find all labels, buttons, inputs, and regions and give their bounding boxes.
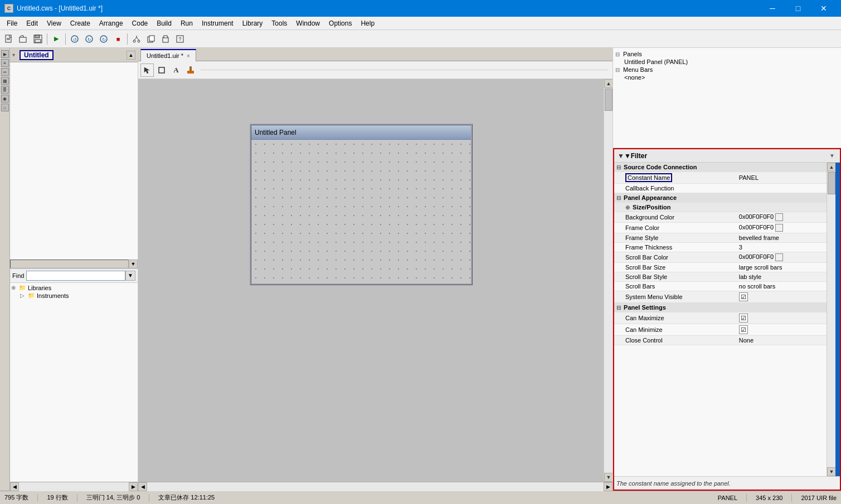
canvas-scroll-down[interactable]: ▼ [604,473,612,482]
left-panel-arrow[interactable]: ▾ [12,52,15,58]
editor-btn-rect[interactable] [155,63,168,77]
props-scroll-area[interactable]: ⊟ Source Code Connection Constant Name [614,163,827,476]
project-tree[interactable] [10,62,138,260]
toolbar-copy[interactable] [144,32,158,46]
canvas-hscrollbar[interactable]: ◀ ▶ [138,482,612,491]
prop-row-scrollbar-style[interactable]: Scroll Bar Style lab style [614,272,827,282]
side-icon-4[interactable]: ▦ [1,77,9,85]
panel-scroll-down[interactable]: ▼ [129,260,138,268]
props-vscrollbar[interactable]: ▲ ▼ [827,163,835,476]
left-panel-hscrollbar[interactable]: ◀ ▶ [10,482,138,491]
panel-scroll-up[interactable]: ▲ [127,51,135,60]
section-panel-appearance[interactable]: ⊟ Panel Appearance [614,193,827,203]
menu-file[interactable]: File [2,18,22,28]
side-icon-3[interactable]: ═ [1,68,9,76]
tab-untitled1[interactable]: Untitled1.uir * × [140,49,196,61]
menu-tools[interactable]: Tools [267,18,291,28]
menu-edit[interactable]: Edit [22,18,42,28]
project-label[interactable]: Untitled [20,50,54,60]
tree-menus-section[interactable]: ⊟ Menu Bars [615,66,839,74]
editor-btn-cursor[interactable] [140,63,154,77]
menu-help[interactable]: Help [356,18,379,28]
section-panel-settings[interactable]: ⊟ Panel Settings [614,303,827,312]
design-canvas[interactable]: Untitled Panel [138,79,604,482]
editor-btn-paint[interactable] [184,63,197,77]
side-icon-5[interactable]: ≣ [1,86,9,94]
tree-untitled-panel[interactable]: Untitled Panel (PANEL) [615,58,839,66]
prop-row-bg-color[interactable]: Background Color 0x00F0F0F0 [614,212,827,223]
toolbar-btn1[interactable]: ↺ [68,32,81,46]
library-tree[interactable]: ⊕ 📁 Libraries ▷ 📁 Instruments [10,283,138,482]
find-input[interactable] [26,271,125,281]
menu-code[interactable]: Code [128,18,153,28]
canvas-scroll-left[interactable]: ◀ [138,482,147,491]
ui-panel-widget[interactable]: Untitled Panel [250,124,473,285]
canvas-scroll-track[interactable] [604,88,612,473]
side-icon-7[interactable]: ⌂ [1,104,9,111]
canvas-scroll-right[interactable]: ▶ [604,482,612,491]
find-filter-btn[interactable]: ▼ [125,271,135,281]
section-source-code[interactable]: ⊟ Source Code Connection [614,163,827,172]
can-maximize-checkbox[interactable]: ☑ [739,314,748,322]
menu-library[interactable]: Library [238,18,268,28]
prop-row-close-control[interactable]: Close Control None [614,336,827,345]
toolbar-save[interactable] [31,32,45,46]
props-scroll-down[interactable]: ▼ [827,467,836,476]
canvas-scroll-up[interactable]: ▲ [604,79,612,88]
prop-row-constant-name[interactable]: Constant Name PANEL [614,172,827,184]
prop-row-callback[interactable]: Callback Function [614,184,827,193]
frame-color-swatch[interactable] [775,224,783,232]
scroll-left-btn[interactable]: ◀ [10,482,19,491]
toolbar-open[interactable] [17,32,30,46]
tree-menu-none[interactable]: <none> [615,74,839,81]
toolbar-btn2[interactable]: ↻ [82,32,96,46]
can-minimize-checkbox[interactable]: ☑ [739,325,748,334]
tab-close-btn[interactable]: × [187,53,190,59]
section-size-position[interactable]: ⊕ Size/Position [614,203,827,212]
menu-view[interactable]: View [42,18,66,28]
menu-run[interactable]: Run [176,18,197,28]
menu-build[interactable]: Build [152,18,176,28]
tree-item-libraries[interactable]: ⊕ 📁 Libraries [11,284,137,292]
editor-btn-text[interactable]: A [169,63,183,77]
system-menu-checkbox[interactable]: ☑ [739,292,748,301]
prop-row-scrollbar-size[interactable]: Scroll Bar Size large scroll bars [614,263,827,272]
props-scroll-up[interactable]: ▲ [827,163,836,172]
prop-row-can-maximize[interactable]: Can Maximize ☑ [614,312,827,324]
props-scroll-track[interactable] [827,172,835,467]
canvas-scroll-thumb[interactable] [605,89,612,111]
close-button[interactable]: ✕ [811,0,837,17]
canvas-vscrollbar[interactable]: ▲ ▼ [604,79,612,482]
toolbar-btn3[interactable]: ↻ [97,32,110,46]
scroll-right-btn[interactable]: ▶ [129,482,138,491]
maximize-button[interactable]: □ [785,0,811,17]
toolbar-new[interactable] [2,32,16,46]
side-icon-2[interactable]: ≡ [1,59,9,67]
toolbar-stop[interactable]: ■ [111,32,125,46]
side-icon-1[interactable]: ▶ [1,50,9,58]
side-icon-6[interactable]: ◉ [1,95,9,102]
menu-arrange[interactable]: Arrange [95,18,128,28]
prop-row-system-menu[interactable]: System Menu Visible ☑ [614,291,827,303]
scrollbar-color-swatch[interactable] [775,253,783,261]
filter-btn[interactable]: ▼ [828,151,837,160]
prop-row-scroll-bars[interactable]: Scroll Bars no scroll bars [614,282,827,291]
menu-options[interactable]: Options [324,18,356,28]
minimize-button[interactable]: ─ [760,0,785,17]
toolbar-paste[interactable] [159,32,172,46]
toolbar-cut[interactable] [130,32,143,46]
tree-item-instruments[interactable]: ▷ 📁 Instruments [11,292,137,300]
props-scroll-thumb[interactable] [828,172,835,194]
prop-row-frame-thickness[interactable]: Frame Thickness 3 [614,243,827,252]
menu-instrument[interactable]: Instrument [197,18,238,28]
menu-window[interactable]: Window [291,18,324,28]
menu-create[interactable]: Create [66,18,95,28]
prop-row-frame-color[interactable]: Frame Color 0x00F0F0F0 [614,223,827,233]
prop-row-scrollbar-color[interactable]: Scroll Bar Color 0x00F0F0F0 [614,252,827,263]
bg-color-swatch[interactable] [775,213,783,221]
prop-row-can-minimize[interactable]: Can Minimize ☑ [614,324,827,336]
prop-row-frame-style[interactable]: Frame Style bevelled frame [614,233,827,243]
toolbar-run[interactable]: ▶ [50,32,63,46]
toolbar-btn4[interactable]: ? [173,32,187,46]
tree-panels-section[interactable]: ⊟ Panels [615,50,839,58]
